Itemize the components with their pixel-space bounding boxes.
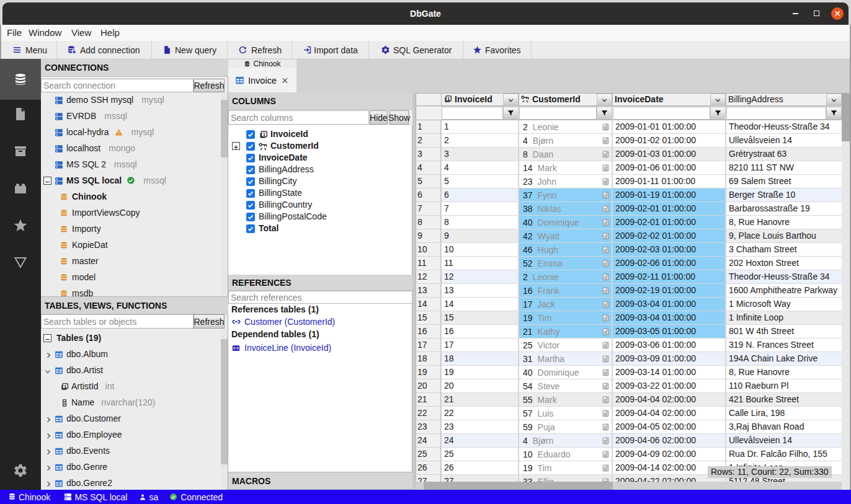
svg-text:1: 1: [447, 97, 450, 101]
svg-text:1: 1: [64, 384, 66, 389]
svg-text:1: 1: [263, 131, 265, 137]
